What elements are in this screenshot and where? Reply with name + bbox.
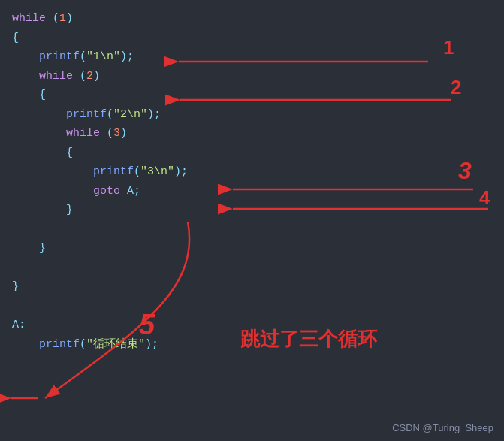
code-line-18: printf("循环结束");	[12, 335, 492, 355]
code-line-7: while (3)	[12, 124, 492, 143]
code-line-10: goto A;	[12, 182, 492, 201]
code-line-16	[12, 297, 492, 316]
code-line-5: {	[12, 86, 492, 105]
code-line-8: {	[12, 143, 492, 163]
code-line-13: }	[12, 239, 492, 258]
code-line-15: }	[12, 277, 492, 297]
code-line-6: printf("2\n");	[12, 105, 492, 125]
code-line-3: printf("1\n");	[12, 47, 492, 67]
watermark: CSDN @Turing_Sheep	[392, 422, 493, 433]
code-line-4: while (2)	[12, 67, 492, 86]
code-line-14	[12, 258, 492, 278]
code-line-17: A:	[12, 316, 492, 335]
code-line-2: {	[12, 29, 492, 48]
code-area: while (1) { printf("1\n"); while (2) { p…	[0, 0, 504, 441]
code-line-11: }	[12, 201, 492, 220]
code-line-12	[12, 220, 492, 240]
code-line-9: printf("3\n");	[12, 162, 492, 182]
code-line-1: while (1)	[12, 9, 492, 29]
